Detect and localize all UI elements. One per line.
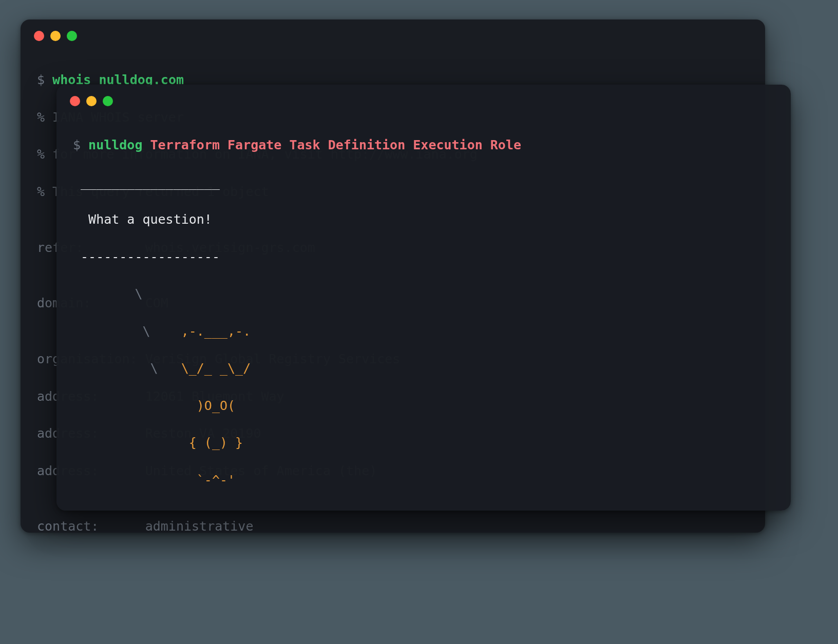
zoom-icon[interactable] xyxy=(103,96,113,106)
ascii-tail: \ xyxy=(73,361,181,376)
dog-icon: { (_) } xyxy=(181,435,243,450)
dog-icon: )O_O( xyxy=(181,398,235,413)
traffic-lights-front xyxy=(56,85,791,109)
close-icon[interactable] xyxy=(34,31,44,41)
terminal-window-front: $ nulldog Terraform Fargate Task Definit… xyxy=(56,85,791,511)
command-nulldog: nulldog xyxy=(88,138,150,152)
dog-icon: ,-.___,-. xyxy=(181,324,251,339)
minimize-icon[interactable] xyxy=(50,31,61,41)
minimize-icon[interactable] xyxy=(86,96,97,106)
ascii-tail: \ xyxy=(73,324,181,339)
dog-icon: `-^-' xyxy=(181,473,235,487)
prompt-symbol: $ xyxy=(37,72,52,87)
close-icon[interactable] xyxy=(70,96,80,106)
zoom-icon[interactable] xyxy=(67,31,77,41)
output-line: contact: administrative xyxy=(37,517,749,533)
page-title: Terraform Fargate Task Definition Execut… xyxy=(150,138,521,152)
speech-bubble-top: __________________ xyxy=(73,173,774,192)
speech-bubble-text: What a question! xyxy=(73,210,774,229)
prompt-symbol: $ xyxy=(73,138,88,152)
dog-icon: \_/_ _\_/ xyxy=(181,361,251,376)
traffic-lights-back xyxy=(21,19,765,44)
ascii-pad xyxy=(73,435,181,450)
ascii-pad xyxy=(73,398,181,413)
ascii-art-line: \ xyxy=(73,286,142,301)
terminal-front-body: $ nulldog Terraform Fargate Task Definit… xyxy=(56,109,791,511)
ascii-pad xyxy=(73,473,181,487)
speech-bubble-bottom: ------------------ xyxy=(73,248,774,266)
